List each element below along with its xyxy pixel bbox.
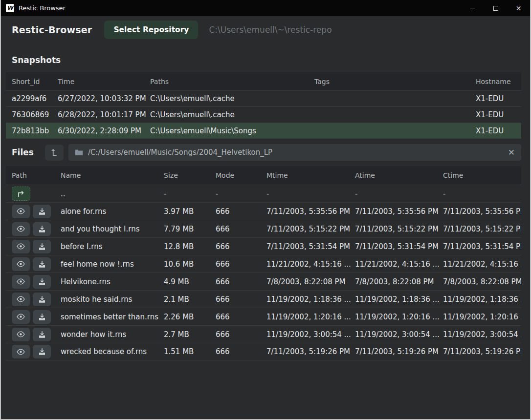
file-size: 7.79 MB (164, 225, 216, 233)
file-row[interactable]: Helvikone.rns 4.9 MB 666 7/8/2003, 8:22:… (6, 273, 521, 290)
maximize-button[interactable] (484, 0, 507, 16)
eye-icon (16, 260, 25, 268)
file-ctime: 11/19/2002, 3:00:54 ... (443, 330, 521, 339)
file-mode: 666 (216, 207, 266, 216)
snapshot-paths: C:\Users\emuell\.cache (150, 110, 314, 119)
snapshot-short-id: 72b813bb (12, 126, 58, 135)
current-path-value: /C:/Users/emuell/Music/Songs/2004_Helvet… (88, 148, 272, 157)
column-header-ctime: Ctime (443, 171, 521, 179)
file-row[interactable]: and you thought I.rns 7.79 MB 666 7/11/2… (6, 220, 521, 237)
file-mode: 666 (216, 242, 266, 251)
column-header-name: Name (61, 171, 164, 179)
file-row[interactable]: wonder how it.rns 2.7 MB 666 11/19/2002,… (6, 325, 521, 343)
file-name: wonder how it.rns (61, 330, 164, 339)
snapshot-row[interactable]: 76306869 6/28/2022, 10:01:17 PM C:\Users… (6, 106, 521, 123)
file-row[interactable]: sometimes better than.rns 2.26 MB 666 11… (6, 308, 521, 325)
go-to-root-button[interactable] (45, 145, 64, 161)
file-size: 1.51 MB (164, 347, 216, 356)
download-button[interactable] (33, 240, 51, 253)
file-atime: 7/11/2003, 5:15:22 PM (355, 225, 443, 233)
download-icon (38, 278, 46, 286)
download-icon (38, 260, 46, 268)
app-header: Restic-Browser Select Repository C:\User… (1, 16, 530, 43)
file-mtime: 7/11/2003, 5:19:26 PM (266, 347, 355, 356)
snapshot-hostname: X1-EDU (476, 126, 521, 135)
file-mtime: - (266, 189, 355, 198)
download-button[interactable] (33, 328, 51, 341)
file-ctime: 11/19/2002, 1:18:36 ... (443, 295, 521, 304)
current-path-input[interactable]: /C:/Users/emuell/Music/Songs/2004_Helvet… (68, 144, 521, 161)
preview-button[interactable] (12, 257, 30, 271)
download-button[interactable] (33, 345, 51, 358)
file-name: before I.rns (61, 242, 164, 251)
eye-icon (16, 208, 25, 215)
file-row[interactable]: feel home now !.rns 10.6 MB 666 11/21/20… (6, 255, 521, 273)
files-bar: Files /C:/Users/emuell/Music/Songs/2004_… (1, 139, 530, 166)
preview-button[interactable] (12, 240, 30, 253)
file-name: and you thought I.rns (61, 225, 164, 233)
file-mtime: 11/19/2002, 3:00:54 ... (266, 330, 355, 339)
file-name: sometimes better than.rns (61, 313, 164, 321)
preview-button[interactable] (12, 310, 30, 324)
select-repository-button[interactable]: Select Repository (104, 21, 198, 39)
file-ctime: 7/8/2003, 8:22:08 PM (443, 277, 521, 286)
snapshot-short-id: 76306869 (12, 110, 58, 119)
file-atime: - (355, 189, 443, 198)
file-row[interactable]: alone for.rns 3.97 MB 666 7/11/2003, 5:3… (6, 202, 521, 220)
file-size: - (164, 189, 216, 198)
snapshot-time: 6/30/2022, 2:28:09 PM (58, 126, 150, 135)
download-button[interactable] (33, 257, 51, 271)
preview-button[interactable] (12, 328, 30, 341)
column-header-paths: Paths (150, 78, 314, 85)
file-atime: 11/19/2002, 1:18:36 ... (355, 295, 443, 304)
file-row[interactable]: moskito he said.rns 2.1 MB 666 11/19/200… (6, 290, 521, 308)
preview-button[interactable] (12, 345, 30, 358)
eye-icon (16, 278, 25, 285)
file-atime: 7/8/2003, 8:22:08 PM (355, 277, 443, 286)
clear-path-icon[interactable]: ✕ (503, 147, 515, 157)
minimize-button[interactable] (461, 0, 484, 16)
file-name: .. (61, 189, 164, 198)
file-atime: 7/11/2003, 5:31:54 PM (355, 242, 443, 251)
snapshot-row[interactable]: a2299af6 6/27/2022, 10:03:32 PM C:\Users… (6, 90, 521, 106)
window-title: Restic Browser (19, 4, 66, 12)
snapshot-row-selected[interactable]: 72b813bb 6/30/2022, 2:28:09 PM C:\Users\… (6, 123, 521, 139)
file-name: alone for.rns (61, 207, 164, 216)
preview-button[interactable] (12, 222, 30, 236)
file-size: 4.9 MB (164, 277, 216, 286)
app-title: Restic-Browser (12, 24, 92, 35)
go-up-button[interactable] (12, 187, 30, 201)
files-table: Path Name Size Mode Mtime Atime Ctime ..… (6, 166, 521, 360)
file-atime: 7/11/2003, 5:35:56 PM (355, 207, 443, 216)
download-button[interactable] (33, 293, 51, 306)
file-atime: 11/21/2002, 4:15:16 ... (355, 260, 443, 269)
column-header-hostname: Hostname (476, 78, 521, 85)
file-mode: - (216, 189, 266, 198)
download-icon (38, 243, 46, 251)
download-button[interactable] (33, 222, 51, 236)
parent-directory-row[interactable]: .. - - - - - (6, 185, 521, 202)
close-button[interactable]: ✕ (507, 0, 530, 16)
snapshots-title: Snapshots (1, 43, 530, 72)
file-atime: 7/11/2003, 5:19:26 PM (355, 347, 443, 356)
file-ctime: - (443, 189, 521, 198)
preview-button[interactable] (12, 293, 30, 306)
file-row[interactable]: before I.rns 12.8 MB 666 7/11/2003, 5:31… (6, 237, 521, 255)
column-header-time: Time (58, 78, 150, 85)
file-row[interactable]: wrecked because of.rns 1.51 MB 666 7/11/… (6, 343, 521, 360)
download-button[interactable] (33, 275, 51, 289)
download-button[interactable] (33, 310, 51, 324)
file-name: wrecked because of.rns (61, 347, 164, 356)
file-size: 10.6 MB (164, 260, 216, 269)
file-atime: 11/19/2002, 1:20:16 ... (355, 313, 443, 321)
eye-icon (16, 225, 25, 232)
snapshot-time: 6/27/2022, 10:03:32 PM (58, 94, 150, 103)
preview-button[interactable] (12, 275, 30, 289)
download-button[interactable] (33, 205, 51, 218)
files-table-header: Path Name Size Mode Mtime Atime Ctime (6, 166, 521, 185)
preview-button[interactable] (12, 205, 30, 218)
column-header-tags: Tags (314, 78, 476, 85)
file-mtime: 11/21/2002, 4:15:16 ... (266, 260, 355, 269)
file-mtime: 7/11/2003, 5:31:54 PM (266, 242, 355, 251)
file-mode: 666 (216, 277, 266, 286)
